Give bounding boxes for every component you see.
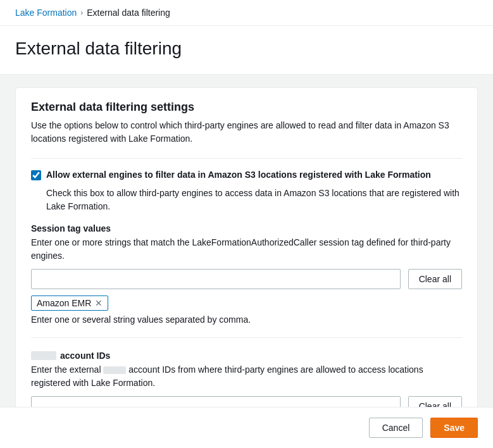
session-tags-sublabel: Enter one or more strings that match the… (31, 236, 462, 263)
account-ids-section-label: account IDs (60, 351, 110, 361)
divider-2 (31, 337, 462, 338)
tag-item-amazon-emr: Amazon EMR ✕ (31, 296, 108, 311)
session-tags-input-row: Clear all (31, 269, 462, 289)
breadcrumb-parent-link[interactable]: Lake Formation (15, 8, 77, 18)
breadcrumb-current: External data filtering (87, 8, 170, 18)
settings-card-description: Use the options below to control which t… (31, 119, 462, 146)
breadcrumb-bar: Lake Formation › External data filtering (0, 0, 493, 26)
allow-external-engines-row: Allow external engines to filter data in… (31, 169, 462, 182)
session-tags-label: Session tag values (31, 223, 462, 233)
breadcrumb-separator: › (80, 8, 83, 17)
settings-card-title: External data filtering settings (31, 101, 462, 114)
save-button[interactable]: Save (430, 418, 478, 438)
settings-card: External data filtering settings Use the… (15, 87, 478, 448)
allow-external-engines-checkbox[interactable] (31, 170, 41, 180)
account-ids-desc: Enter the external account IDs from wher… (31, 363, 462, 390)
allow-external-engines-label: Allow external engines to filter data in… (46, 169, 431, 182)
account-ids-header: account IDs (31, 351, 462, 361)
cancel-button[interactable]: Cancel (369, 418, 423, 438)
session-tags-input[interactable] (31, 269, 401, 289)
tag-item-remove-button[interactable]: ✕ (95, 299, 103, 308)
divider-1 (31, 158, 462, 159)
session-tags-helper-text: Enter one or several string values separ… (31, 314, 462, 325)
session-tags-clear-all-button[interactable]: Clear all (408, 269, 462, 289)
account-ids-blurred-badge (31, 351, 56, 360)
page-title: External data filtering (15, 39, 478, 59)
page-header: External data filtering (0, 26, 493, 75)
page-content: External data filtering settings Use the… (0, 75, 493, 448)
session-tags-section: Session tag values Enter one or more str… (31, 223, 462, 325)
session-tags-list: Amazon EMR ✕ (31, 296, 462, 311)
footer-bar: Cancel Save (0, 407, 493, 448)
account-ids-desc-badge (103, 366, 126, 374)
allow-external-engines-desc: Check this box to allow third-party engi… (46, 187, 462, 213)
tag-item-label: Amazon EMR (37, 298, 91, 308)
